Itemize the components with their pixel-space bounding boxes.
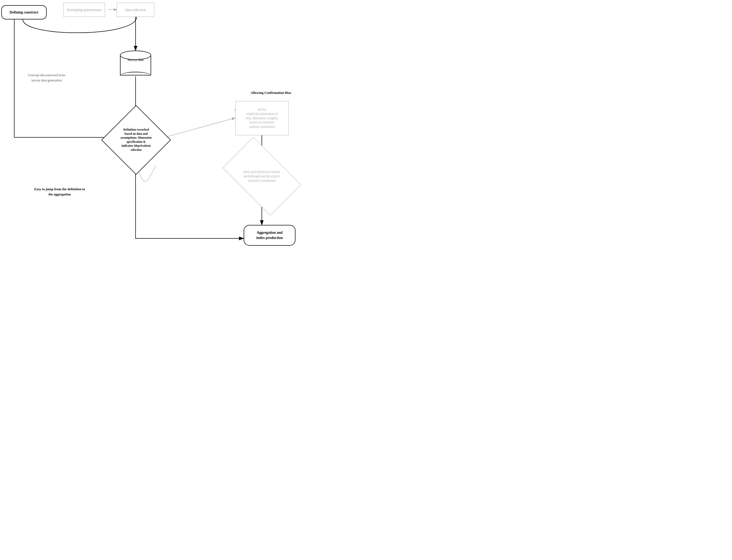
items-dimensions-label: Items and dimensions remainunchallenged … [233,170,290,183]
developing-questionnaire-label: Developing questionnaire [67,8,102,12]
defining-construct-label: Defining construct [10,10,38,15]
arrows-svg [0,0,366,280]
ad-hoc-node: Ad hocempirical examination (items, dime… [235,101,288,135]
concept-disconnected-label: Concept disconnected from survey data ge… [26,73,67,83]
survey-data-label: Survey data [120,58,151,62]
developing-questionnaire-node: Developing questionnaire [64,3,105,17]
easy-to-jump-label: Easy to jump from the definition to the … [34,187,86,197]
data-collection-label: Data collection [125,8,146,12]
svg-line-8 [165,118,235,137]
defining-construct-node: Defining construct [1,5,47,19]
aggregation-node: Aggregation andindex production [244,225,295,246]
aggregation-label: Aggregation andindex production [256,230,283,240]
data-collection-node: Data collection [117,3,154,17]
diagram-container: Defining construct Developing questionna… [0,0,366,280]
definition-reworked-label: Definition reworkedbased on data andassu… [114,127,159,153]
ad-hoc-label: Ad hocempirical examination (items, dime… [244,105,280,131]
allowing-confirmation-label: Allowing Confirmation Bias [249,90,293,95]
items-dimensions-node: Items and dimensions remainunchallenged … [228,154,295,198]
survey-data-node: Survey data [120,51,151,76]
definition-diamond-node: Definition reworkedbased on data andassu… [111,115,161,165]
